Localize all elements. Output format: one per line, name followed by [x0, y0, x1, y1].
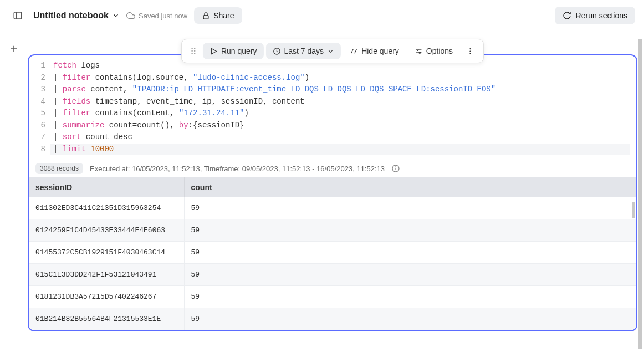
topbar: Untitled notebook Saved just now Share R… [0, 0, 644, 31]
page-scrollbar[interactable] [638, 39, 642, 349]
query-cell: 12345678 fetch logs| filter contains(log… [28, 54, 637, 331]
clock-icon [273, 47, 281, 55]
records-badge: 3088 records [35, 163, 83, 174]
cell-sessionid: 01B214B82B55564B4F21315533E1E [29, 308, 184, 330]
info-icon[interactable] [391, 164, 400, 173]
lock-icon [202, 12, 210, 20]
table-row[interactable]: 01455372C5CB1929151F4030463C1459 [29, 242, 636, 264]
table-body: 011302ED3C411C21351D315963254590124259F1… [29, 197, 636, 330]
line-number: 8 [34, 144, 45, 156]
table-header-row: sessionIDcount [29, 177, 636, 197]
left-rail [0, 40, 28, 58]
svg-point-15 [417, 49, 418, 50]
results-table: sessionIDcount 011302ED3C411C21351D31596… [29, 177, 636, 330]
code-line: | filter contains(log.source, "ludo-clin… [53, 72, 630, 84]
add-cell-button[interactable] [5, 40, 23, 58]
executed-text: Executed at: 16/05/2023, 11:52:13, Timef… [90, 165, 385, 173]
column-header[interactable]: count [184, 177, 272, 197]
table-row[interactable]: 0181231DB3A57215D5740224626759 [29, 286, 636, 308]
svg-point-18 [469, 50, 471, 52]
line-number: 6 [34, 120, 45, 132]
cell-empty [272, 308, 636, 330]
hide-query-label: Hide query [361, 47, 399, 55]
content-area: Run query Last 7 days Hide query Options… [28, 39, 637, 353]
cell-empty [272, 286, 636, 308]
svg-point-10 [194, 53, 195, 54]
cell-sessionid: 015C1E3D3DD242F1F53121043491 [29, 264, 184, 286]
timeframe-picker[interactable]: Last 7 days [266, 43, 341, 59]
cell-toolbar: Run query Last 7 days Hide query Options [181, 39, 484, 63]
cell-count: 59 [184, 286, 272, 308]
cell-sessionid: 01455372C5CB1929151F4030463C14 [29, 242, 184, 264]
rerun-button[interactable]: Rerun sections [555, 7, 635, 24]
cell-count: 59 [184, 264, 272, 286]
svg-point-7 [191, 50, 192, 52]
line-gutter: 12345678 [29, 60, 53, 155]
cell-sessionid: 011302ED3C411C21351D315963254 [29, 197, 184, 219]
cell-sessionid: 0181231DB3A57215D57402246267 [29, 286, 184, 308]
svg-point-19 [469, 53, 471, 54]
hide-query-button[interactable]: Hide query [343, 43, 406, 59]
chevron-down-icon [327, 48, 334, 55]
svg-point-6 [194, 48, 195, 49]
saved-status: Saved just now [126, 11, 187, 20]
code-editor[interactable]: 12345678 fetch logs| filter contains(log… [29, 55, 636, 157]
rerun-label: Rerun sections [576, 11, 627, 20]
code-line: | filter contains(content, "172.31.24.11… [53, 108, 630, 120]
svg-rect-2 [203, 15, 208, 18]
hide-icon [350, 47, 358, 55]
code-line: | limit 10000 [50, 144, 630, 156]
notebook-title-group[interactable]: Untitled notebook [33, 11, 120, 21]
table-row[interactable]: 011302ED3C411C21351D31596325459 [29, 197, 636, 219]
table-scrollbar[interactable] [632, 202, 635, 218]
code-content: fetch logs| filter contains(log.source, … [53, 60, 636, 155]
run-query-button[interactable]: Run query [203, 43, 264, 59]
table-row[interactable]: 01B214B82B55564B4F21315533E1E59 [29, 308, 636, 330]
svg-rect-0 [14, 12, 22, 19]
cloud-saved-icon [126, 11, 135, 20]
table-row[interactable]: 0124259F1C4D45433E33444E4E606359 [29, 219, 636, 242]
cell-count: 59 [184, 219, 272, 242]
line-number: 2 [34, 72, 45, 84]
options-label: Options [426, 47, 453, 55]
saved-text: Saved just now [139, 12, 187, 20]
sliders-icon [415, 47, 423, 55]
refresh-icon [563, 11, 571, 20]
cell-empty [272, 242, 636, 264]
cell-count: 59 [184, 242, 272, 264]
toggle-sidebar-icon[interactable] [9, 7, 27, 24]
column-header[interactable]: sessionID [29, 177, 184, 197]
svg-marker-11 [212, 48, 217, 54]
play-icon [209, 47, 218, 55]
svg-point-22 [396, 167, 396, 167]
share-label: Share [213, 11, 234, 20]
code-line: | parse content, "IPADDR:ip LD HTTPDATE:… [53, 84, 630, 96]
results-container: sessionIDcount 011302ED3C411C21351D31596… [29, 177, 636, 330]
line-number: 1 [34, 60, 45, 72]
cell-empty [272, 219, 636, 242]
line-number: 5 [34, 108, 45, 120]
more-menu-button[interactable] [462, 43, 479, 59]
table-row[interactable]: 015C1E3D3DD242F1F5312104349159 [29, 264, 636, 286]
cell-sessionid: 0124259F1C4D45433E33444E4E6063 [29, 219, 184, 242]
code-line: | fields timestamp, event_time, ip, sess… [53, 96, 630, 108]
share-button[interactable]: Share [194, 7, 242, 24]
more-vertical-icon [466, 47, 474, 55]
timeframe-label: Last 7 days [284, 47, 324, 55]
column-header[interactable] [272, 177, 636, 197]
notebook-title: Untitled notebook [33, 11, 109, 21]
svg-point-8 [194, 50, 195, 52]
line-number: 4 [34, 96, 45, 108]
options-button[interactable]: Options [408, 43, 459, 59]
cell-empty [272, 264, 636, 286]
status-row: 3088 records Executed at: 16/05/2023, 11… [29, 157, 636, 177]
code-line: | summarize count=count(), by:{sessionID… [53, 120, 630, 132]
svg-point-17 [469, 48, 471, 49]
cell-empty [272, 197, 636, 219]
cell-count: 59 [184, 308, 272, 330]
code-line: | sort count desc [53, 131, 630, 144]
line-number: 3 [34, 84, 45, 96]
line-number: 7 [34, 131, 45, 144]
drag-handle-icon[interactable] [186, 44, 201, 58]
run-query-label: Run query [221, 47, 257, 55]
